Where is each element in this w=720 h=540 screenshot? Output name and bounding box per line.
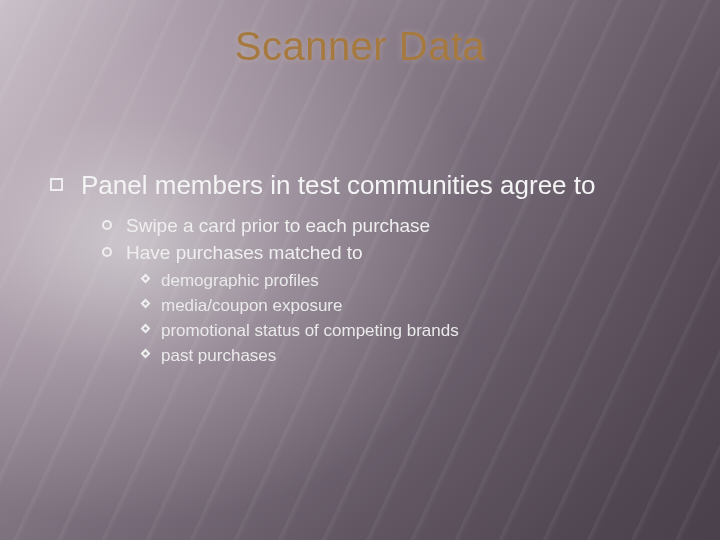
circle-bullet-icon bbox=[102, 220, 112, 230]
bullet-level2: Have purchases matched to bbox=[102, 241, 680, 266]
bullet-level3: media/coupon exposure bbox=[142, 295, 680, 317]
diamond-bullet-icon bbox=[141, 349, 151, 359]
bullet-level3-text: media/coupon exposure bbox=[161, 295, 342, 317]
circle-bullet-icon bbox=[102, 247, 112, 257]
bullet-level3-text: past purchases bbox=[161, 345, 276, 367]
bullet-level1-text: Panel members in test communities agree … bbox=[81, 169, 595, 202]
slide-body: Panel members in test communities agree … bbox=[40, 169, 680, 367]
bullet-level2-text: Have purchases matched to bbox=[126, 241, 363, 266]
square-bullet-icon bbox=[50, 178, 63, 191]
diamond-bullet-icon bbox=[141, 299, 151, 309]
slide-title: Scanner Data bbox=[40, 24, 680, 69]
bullet-level2-text: Swipe a card prior to each purchase bbox=[126, 214, 430, 239]
bullet-level3-text: promotional status of competing brands bbox=[161, 320, 459, 342]
level2-group: Swipe a card prior to each purchase Have… bbox=[50, 214, 680, 368]
bullet-level3: promotional status of competing brands bbox=[142, 320, 680, 342]
bullet-level1: Panel members in test communities agree … bbox=[50, 169, 680, 202]
slide: Scanner Data Panel members in test commu… bbox=[0, 0, 720, 540]
diamond-bullet-icon bbox=[141, 273, 151, 283]
bullet-level2: Swipe a card prior to each purchase bbox=[102, 214, 680, 239]
level3-group: demographic profiles media/coupon exposu… bbox=[102, 270, 680, 367]
bullet-level3: past purchases bbox=[142, 345, 680, 367]
bullet-level3-text: demographic profiles bbox=[161, 270, 319, 292]
diamond-bullet-icon bbox=[141, 324, 151, 334]
bullet-level3: demographic profiles bbox=[142, 270, 680, 292]
